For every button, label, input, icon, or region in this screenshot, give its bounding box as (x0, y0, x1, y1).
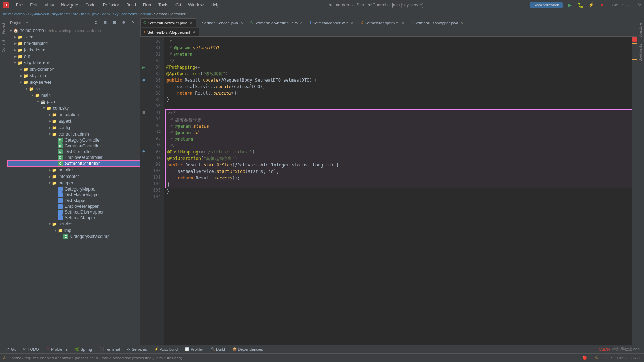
bottom-tab-terminal[interactable]: ⬛ Terminal (96, 345, 124, 353)
bottom-tab-problems[interactable]: ⚠ Problems (43, 345, 71, 353)
breadcrumb-sky-take-out[interactable]: sky-take-out (28, 12, 49, 16)
tree-item-setmeal-mapper[interactable]: ▶ I SetmealMapper (7, 215, 140, 221)
tab-close-btn[interactable]: ✕ (460, 21, 464, 25)
sidebar-collapse-btn[interactable]: ⊟ (110, 19, 118, 27)
tree-item-category-controller[interactable]: ▶ C CategoryController (7, 137, 140, 143)
tree-item-dishflavor-mapper[interactable]: ▶ I DishFlavorMapper (7, 192, 140, 198)
tree-item-employee-mapper[interactable]: ▶ I EmployeeMapper (7, 203, 140, 209)
bottom-tab-profiler[interactable]: 📊 Profiler (181, 345, 207, 353)
tab-setmealdish-mapper-xml[interactable]: X SetmealDishMapper.xml ✕ (140, 28, 199, 36)
breadcrumb-src[interactable]: src (73, 12, 78, 16)
breadcrumb-heima-demo[interactable]: heima-demo (3, 12, 25, 16)
error-indicator[interactable]: 🔴 1 (582, 356, 590, 360)
git-fetch[interactable]: ↻ (638, 3, 641, 7)
sidebar-settings-btn[interactable]: ⚙ (120, 19, 128, 27)
tree-item-sky-server[interactable]: ▼ 📁 sky-server (7, 79, 140, 86)
code-content[interactable]: * * @param setmealDTO * @return */ @PutM… (164, 37, 632, 345)
hint-indicator[interactable]: ℹ 17 (605, 356, 612, 360)
tree-item-hm-dianping[interactable]: ▶ 📁 hm-dianping (7, 40, 140, 47)
tab-setmeal-mapper-xml[interactable]: X SetmealMapper.xml ✕ (357, 18, 408, 27)
breadcrumb-controller[interactable]: controller (121, 12, 137, 16)
tab-close-btn[interactable]: ✕ (189, 21, 193, 25)
breadcrumb-admin[interactable]: admin (140, 12, 151, 16)
menu-help[interactable]: Help (208, 2, 223, 8)
menu-file[interactable]: File (13, 2, 26, 8)
profile-button[interactable]: ⚡ (587, 1, 595, 9)
bottom-tab-todo[interactable]: ☑ TODO (19, 345, 43, 353)
tab-setmeal-mapper[interactable]: I SetmealMapper.java ✕ (307, 18, 357, 27)
tree-item-setmealdish-mapper[interactable]: ▶ I SetmealDishMapper (7, 209, 140, 215)
menu-navigate[interactable]: Navigate (58, 2, 81, 8)
run-config-dropdown[interactable]: SkyApplication (530, 3, 563, 7)
tree-item-config[interactable]: ▶ 📁 config (7, 124, 140, 131)
sidebar-locate-btn[interactable]: ⊙ (92, 19, 100, 27)
debug-button[interactable]: 🐛 (576, 1, 584, 9)
sidebar-dropdown-arrow[interactable]: ▼ (25, 20, 29, 24)
menu-window[interactable]: Window (185, 2, 206, 8)
tab-close-btn[interactable]: ✕ (401, 21, 405, 25)
tab-setmeal-controller[interactable]: C SetmealController.java ✕ (140, 18, 196, 27)
bottom-tab-autobuild[interactable]: ⚡ Auto-build (151, 345, 182, 353)
tree-item-setmeal-controller[interactable]: ▶ C SetmealController (7, 160, 140, 167)
breadcrumb-com[interactable]: com (102, 12, 110, 16)
tree-item-out[interactable]: ▶ 📁 out (7, 53, 140, 60)
tree-item-src[interactable]: ▼ 📁 src (7, 86, 140, 92)
menu-edit[interactable]: Edit (27, 2, 40, 8)
git-push[interactable]: ↑ (633, 3, 635, 7)
structure-panel-button[interactable]: Structure (638, 21, 643, 40)
menu-build[interactable]: Build (123, 2, 139, 8)
tree-item-category-mapper[interactable]: ▶ I CategoryMapper (7, 186, 140, 192)
tab-setmeal-service[interactable]: I SetmealService.java ✕ (196, 18, 247, 27)
tree-item-dish-controller[interactable]: ▶ C DishController (7, 149, 140, 155)
bottom-tab-build[interactable]: 🔨 Build (207, 345, 228, 353)
position-indicator[interactable]: 102:2 (617, 356, 627, 360)
tree-item-handler[interactable]: ▶ 📁 handler (7, 167, 140, 173)
tree-item-idea[interactable]: ▶ 📁 .idea (7, 34, 140, 40)
bottom-tab-git[interactable]: ⎇ Git (1, 345, 19, 353)
project-panel-button[interactable]: Project (1, 21, 6, 36)
tree-item-sky-take-out[interactable]: ▼ 📁 sky-take-out (7, 60, 140, 66)
tree-item-service[interactable]: ▼ 📁 service (7, 221, 140, 227)
tree-item-jedis-demo[interactable]: ▶ 📁 jedis-demo (7, 47, 140, 53)
tree-item-annotation[interactable]: ▶ 📁 annotation (7, 111, 140, 118)
menu-tools[interactable]: Tools (155, 2, 171, 8)
tree-item-mapper[interactable]: ▼ 📁 mapper (7, 180, 140, 186)
bottom-tab-dependencies[interactable]: 📦 Dependencies (229, 345, 267, 353)
sidebar-close-btn[interactable]: ✕ (129, 19, 137, 27)
stop-button[interactable]: ■ (598, 1, 606, 9)
tree-item-common-controller[interactable]: ▶ C CommonController (7, 143, 140, 149)
tree-item-dish-mapper[interactable]: ▶ I DishMapper (7, 198, 140, 203)
tab-close-btn[interactable]: ✕ (350, 21, 354, 25)
tree-item-sky-common[interactable]: ▶ 📁 sky-common (7, 66, 140, 73)
tree-item-com-sky[interactable]: ▼ 📁 com.sky (7, 105, 140, 111)
breadcrumb-main[interactable]: main (81, 12, 90, 16)
breadcrumb-sky-server[interactable]: sky-server (52, 12, 70, 16)
menu-code[interactable]: Code (82, 2, 99, 8)
menu-view[interactable]: View (42, 2, 57, 8)
tree-item-interceptor[interactable]: ▶ 📁 interceptor (7, 173, 140, 180)
menu-run[interactable]: Run (140, 2, 154, 8)
tree-item-java[interactable]: ▼ ☕ java (7, 98, 140, 105)
encoding-indicator[interactable]: CRLF (631, 356, 641, 360)
breadcrumb-java[interactable]: java (92, 12, 100, 16)
tab-setmeal-service-impl[interactable]: C SetmealServiceImpl.java ✕ (247, 18, 307, 27)
tab-close-btn[interactable]: ✕ (239, 21, 244, 25)
tree-item-employee-controller[interactable]: ▶ C EmployeeController (7, 155, 140, 160)
breadcrumb-sky[interactable]: sky (113, 12, 119, 16)
sidebar-expand-btn[interactable]: ⊞ (101, 19, 109, 27)
bottom-tab-services[interactable]: ⚙ Services (123, 345, 150, 353)
commit-panel-button[interactable]: Commit (1, 38, 6, 54)
tree-item-controller-admin[interactable]: ▼ 📁 controller.admin (7, 131, 140, 137)
menu-refactor[interactable]: Refactor (100, 2, 122, 8)
tree-item-heima-demo[interactable]: ▼ 🏠 heima-demo E:\idea-workspace\heima-d… (7, 27, 140, 34)
code-editor[interactable]: ▶ ● ⊟ ● (140, 37, 637, 345)
tree-item-impl[interactable]: ▼ 📁 impl (7, 227, 140, 234)
warning-indicator[interactable]: ⚠ 1 (594, 356, 601, 360)
bookmarks-panel-button[interactable]: Bookmarks (638, 41, 643, 64)
tree-item-aspect[interactable]: ▶ 📁 aspect (7, 118, 140, 124)
tree-item-category-service-impl[interactable]: ▶ C CategoryServiceImpl (7, 234, 140, 239)
tab-setmealdish-mapper[interactable]: I SetmealDishMapper.java ✕ (408, 18, 467, 27)
menu-git[interactable]: Git (173, 2, 184, 8)
tab-close-btn[interactable]: ✕ (299, 21, 303, 25)
bottom-tab-spring[interactable]: 🌿 Spring (71, 345, 96, 353)
